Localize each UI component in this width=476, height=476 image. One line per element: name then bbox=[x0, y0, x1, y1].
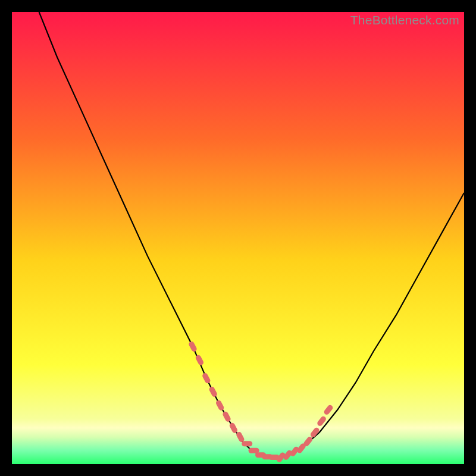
watermark-text: TheBottleneck.com bbox=[350, 13, 459, 27]
bottleneck-chart bbox=[12, 12, 464, 464]
gradient-background bbox=[12, 12, 464, 464]
range-marker bbox=[242, 441, 252, 446]
chart-frame: TheBottleneck.com bbox=[12, 12, 464, 464]
